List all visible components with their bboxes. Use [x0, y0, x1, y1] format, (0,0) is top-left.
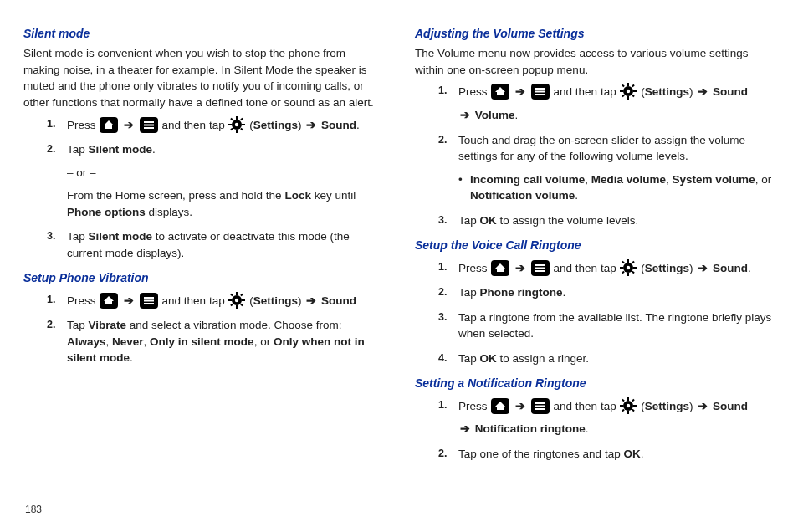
- manual-page: Silent mode Silent mode is convenient wh…: [0, 0, 798, 485]
- gear-icon: [620, 83, 637, 100]
- vibrate-label: Vibrate: [89, 319, 127, 331]
- svg-rect-23: [620, 90, 623, 92]
- svg-rect-38: [622, 270, 626, 274]
- voice-step-3: Tap a ringtone from the available list. …: [438, 309, 773, 342]
- text: Tap: [67, 319, 89, 331]
- page-number: 183: [25, 503, 42, 517]
- heading-voice-ringtone: Setup the Voice Call Ringtone: [415, 237, 773, 253]
- svg-rect-8: [231, 127, 234, 130]
- svg-rect-11: [236, 292, 238, 295]
- phone-ringtone-label: Phone ringtone: [480, 286, 563, 299]
- menu-icon: [140, 117, 158, 133]
- svg-rect-12: [236, 305, 238, 309]
- volume-step-1-cont: ➔ Volume.: [458, 107, 773, 124]
- vibration-step-2: Tap Vibrate and select a vibration mode.…: [47, 317, 381, 366]
- arrow-icon: ➔: [460, 422, 470, 435]
- settings-label: Settings: [253, 119, 298, 131]
- svg-rect-32: [627, 273, 629, 276]
- svg-rect-22: [627, 96, 629, 100]
- svg-rect-17: [241, 294, 244, 297]
- sound-label: Sound: [321, 294, 356, 307]
- arrow-icon: ➔: [306, 119, 316, 131]
- svg-rect-25: [622, 84, 626, 88]
- silent-step-3: Tap Silent mode to activate or deactivat…: [47, 228, 381, 261]
- notif-step-1: Press ➔ and then tap (Settings) ➔ Sound …: [438, 397, 773, 437]
- svg-rect-42: [627, 411, 629, 414]
- svg-rect-35: [622, 260, 626, 263]
- text: .: [563, 286, 566, 299]
- text: key until: [311, 189, 356, 202]
- silent-mode-steps: Press ➔ and then tap (Settings) ➔ Sound.…: [23, 116, 381, 262]
- and-then-tap-label: and then tap: [554, 400, 616, 412]
- voice-step-4: Tap OK to assign a ringer.: [438, 350, 773, 367]
- text: to assign a ringer.: [497, 352, 589, 365]
- settings-label: Settings: [253, 294, 298, 307]
- opt-only-silent: Only in silent mode: [150, 335, 254, 348]
- settings-label: Settings: [645, 400, 689, 412]
- and-then-tap-label: and then tap: [554, 262, 616, 274]
- comma: ,: [585, 173, 591, 186]
- arrow-icon: ➔: [515, 262, 525, 274]
- opt-never: Never: [112, 335, 144, 348]
- svg-rect-24: [633, 90, 637, 92]
- opt-incoming: Incoming call volume: [470, 173, 585, 186]
- svg-point-49: [627, 404, 630, 407]
- ok-label: OK: [480, 352, 497, 365]
- notif-steps: Press ➔ and then tap (Settings) ➔ Sound …: [415, 397, 773, 463]
- home-icon: [491, 260, 509, 276]
- sound-label: Sound: [713, 85, 748, 98]
- arrow-icon: ➔: [698, 400, 708, 412]
- svg-rect-1: [236, 116, 238, 120]
- arrow-icon: ➔: [306, 294, 316, 307]
- or: , or: [755, 173, 772, 186]
- heading-silent-mode: Silent mode: [23, 25, 381, 42]
- svg-rect-26: [632, 95, 636, 98]
- svg-rect-7: [241, 117, 244, 120]
- silent-step-2: Tap Silent mode. – or – From the Home sc…: [47, 141, 381, 220]
- voice-step-2: Tap Phone ringtone.: [438, 284, 773, 301]
- arrow-icon: ➔: [698, 85, 708, 98]
- svg-rect-41: [627, 397, 629, 401]
- svg-rect-15: [231, 294, 234, 297]
- volume-label: Volume: [475, 109, 515, 121]
- menu-icon: [531, 84, 550, 100]
- heading-vibration: Setup Phone Vibration: [23, 269, 381, 286]
- comma: ,: [666, 173, 673, 186]
- text: .: [152, 143, 156, 156]
- voice-steps: Press ➔ and then tap (Settings) ➔ Sound.…: [415, 259, 773, 367]
- silent-mode-label: Silent mode: [89, 143, 153, 156]
- voice-step-1: Press ➔ and then tap (Settings) ➔ Sound.: [438, 259, 773, 277]
- text: Tap: [458, 214, 480, 227]
- arrow-icon: ➔: [515, 400, 525, 412]
- menu-icon: [140, 293, 158, 309]
- lock-label: Lock: [284, 189, 311, 202]
- sound-label: Sound: [713, 400, 748, 412]
- gear-icon: [620, 259, 637, 276]
- volume-description: The Volume menu now provides access to v…: [415, 45, 773, 78]
- opt-notification: Notification volume: [470, 189, 575, 202]
- period: .: [356, 119, 360, 131]
- svg-rect-46: [632, 408, 636, 412]
- svg-rect-14: [242, 299, 245, 301]
- comma: ,: [106, 335, 113, 348]
- svg-rect-2: [236, 130, 238, 133]
- and-then-tap-label: and then tap: [162, 119, 225, 131]
- svg-point-19: [235, 299, 238, 302]
- and-then-tap-label: and then tap: [554, 85, 616, 98]
- home-icon: [491, 398, 509, 414]
- svg-rect-13: [228, 299, 232, 301]
- and-then-tap-label: and then tap: [162, 294, 225, 307]
- silent-step-1: Press ➔ and then tap (Settings) ➔ Sound.: [47, 116, 381, 134]
- home-icon: [100, 293, 118, 309]
- period: .: [515, 109, 519, 121]
- home-icon: [491, 84, 509, 100]
- svg-rect-34: [633, 267, 637, 269]
- ok-label: OK: [623, 448, 640, 460]
- text: displays.: [146, 206, 192, 218]
- menu-icon: [531, 260, 550, 276]
- svg-rect-31: [627, 259, 629, 263]
- svg-rect-3: [228, 124, 232, 125]
- gear-icon: [228, 292, 245, 309]
- silent-mode-label: Silent mode: [89, 230, 153, 243]
- svg-point-39: [627, 265, 630, 269]
